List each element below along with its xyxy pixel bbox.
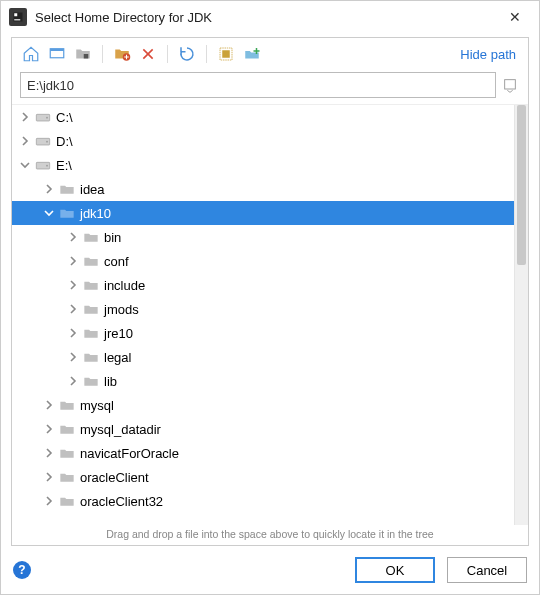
dialog-window: Select Home Directory for JDK ✕: [0, 0, 540, 595]
tree-node[interactable]: D:\: [12, 129, 514, 153]
dialog-content: Hide path C:\D:\E:\ideajdk10binconfinclu…: [11, 37, 529, 546]
tree-node-label: conf: [104, 254, 129, 269]
folder-icon: [58, 445, 76, 461]
tree-node[interactable]: jmods: [12, 297, 514, 321]
chevron-right-icon[interactable]: [42, 184, 56, 194]
tree-node[interactable]: oracleClient32: [12, 489, 514, 513]
tree-node[interactable]: jdk10: [12, 201, 514, 225]
show-hidden-icon[interactable]: [215, 43, 237, 65]
chevron-right-icon[interactable]: [66, 256, 80, 266]
svg-point-13: [46, 141, 48, 143]
hide-path-link[interactable]: Hide path: [460, 47, 520, 62]
tree-node-label: E:\: [56, 158, 72, 173]
tree-node[interactable]: oracleClient: [12, 465, 514, 489]
tree-node[interactable]: C:\: [12, 105, 514, 129]
chevron-right-icon[interactable]: [66, 352, 80, 362]
folder-icon: [58, 181, 76, 197]
svg-rect-9: [505, 80, 516, 89]
chevron-right-icon[interactable]: [66, 232, 80, 242]
chevron-right-icon[interactable]: [42, 472, 56, 482]
new-folder-icon[interactable]: [111, 43, 133, 65]
ok-button[interactable]: OK: [355, 557, 435, 583]
chevron-right-icon[interactable]: [18, 136, 32, 146]
chevron-down-icon[interactable]: [42, 208, 56, 218]
project-folder-icon[interactable]: [72, 43, 94, 65]
cancel-button[interactable]: Cancel: [447, 557, 527, 583]
tree-node[interactable]: mysql: [12, 393, 514, 417]
chevron-right-icon[interactable]: [42, 424, 56, 434]
folder-icon: [82, 373, 100, 389]
tree-node-label: bin: [104, 230, 121, 245]
tree-node-label: C:\: [56, 110, 73, 125]
tree-node[interactable]: navicatForOracle: [12, 441, 514, 465]
tree-node-label: jdk10: [80, 206, 111, 221]
toolbar: Hide path: [12, 38, 528, 70]
app-icon: [9, 8, 27, 26]
chevron-right-icon[interactable]: [42, 496, 56, 506]
add-root-icon[interactable]: [241, 43, 263, 65]
dialog-footer: ? OK Cancel: [1, 552, 539, 594]
folder-icon: [82, 253, 100, 269]
tree-node-label: jre10: [104, 326, 133, 341]
vertical-scrollbar[interactable]: [514, 105, 528, 525]
tree-node-label: idea: [80, 182, 105, 197]
path-input[interactable]: [20, 72, 496, 98]
tree-node-label: lib: [104, 374, 117, 389]
toolbar-separator: [102, 45, 103, 63]
chevron-right-icon[interactable]: [42, 400, 56, 410]
drive-icon: [34, 133, 52, 149]
tree-node[interactable]: mysql_datadir: [12, 417, 514, 441]
tree-node[interactable]: E:\: [12, 153, 514, 177]
drive-icon: [34, 157, 52, 173]
drop-hint: Drag and drop a file into the space abov…: [12, 525, 528, 545]
tree-node[interactable]: lib: [12, 369, 514, 393]
folder-icon: [82, 325, 100, 341]
toolbar-separator: [167, 45, 168, 63]
tree-node-label: include: [104, 278, 145, 293]
svg-rect-1: [14, 13, 17, 16]
chevron-right-icon[interactable]: [66, 304, 80, 314]
delete-icon[interactable]: [137, 43, 159, 65]
chevron-right-icon[interactable]: [18, 112, 32, 122]
tree-node-label: mysql_datadir: [80, 422, 161, 437]
window-close-button[interactable]: ✕: [499, 9, 531, 25]
history-dropdown-icon[interactable]: [500, 75, 520, 95]
svg-point-11: [46, 117, 48, 119]
folder-icon: [58, 469, 76, 485]
tree-node-label: jmods: [104, 302, 139, 317]
drive-icon: [34, 109, 52, 125]
folder-icon: [58, 397, 76, 413]
folder-icon: [58, 493, 76, 509]
tree-node[interactable]: include: [12, 273, 514, 297]
folder-icon: [58, 205, 76, 221]
dialog-title: Select Home Directory for JDK: [35, 10, 499, 25]
tree-node-label: legal: [104, 350, 131, 365]
svg-rect-8: [222, 50, 230, 58]
tree-node[interactable]: bin: [12, 225, 514, 249]
svg-rect-2: [14, 19, 20, 20]
tree-node[interactable]: idea: [12, 177, 514, 201]
tree-node[interactable]: legal: [12, 345, 514, 369]
chevron-right-icon[interactable]: [66, 376, 80, 386]
folder-icon: [82, 349, 100, 365]
path-row: [12, 70, 528, 104]
tree-wrap: C:\D:\E:\ideajdk10binconfincludejmodsjre…: [12, 104, 528, 525]
svg-rect-4: [50, 49, 64, 51]
svg-rect-5: [84, 54, 89, 59]
tree-node-label: mysql: [80, 398, 114, 413]
tree-node-label: navicatForOracle: [80, 446, 179, 461]
desktop-icon[interactable]: [46, 43, 68, 65]
help-icon[interactable]: ?: [13, 561, 31, 579]
folder-icon: [82, 229, 100, 245]
chevron-right-icon[interactable]: [66, 280, 80, 290]
chevron-down-icon[interactable]: [18, 160, 32, 170]
tree-node[interactable]: conf: [12, 249, 514, 273]
home-icon[interactable]: [20, 43, 42, 65]
directory-tree[interactable]: C:\D:\E:\ideajdk10binconfincludejmodsjre…: [12, 105, 514, 525]
chevron-right-icon[interactable]: [42, 448, 56, 458]
tree-node-label: D:\: [56, 134, 73, 149]
tree-node[interactable]: jre10: [12, 321, 514, 345]
refresh-icon[interactable]: [176, 43, 198, 65]
scrollbar-thumb[interactable]: [517, 105, 526, 265]
chevron-right-icon[interactable]: [66, 328, 80, 338]
